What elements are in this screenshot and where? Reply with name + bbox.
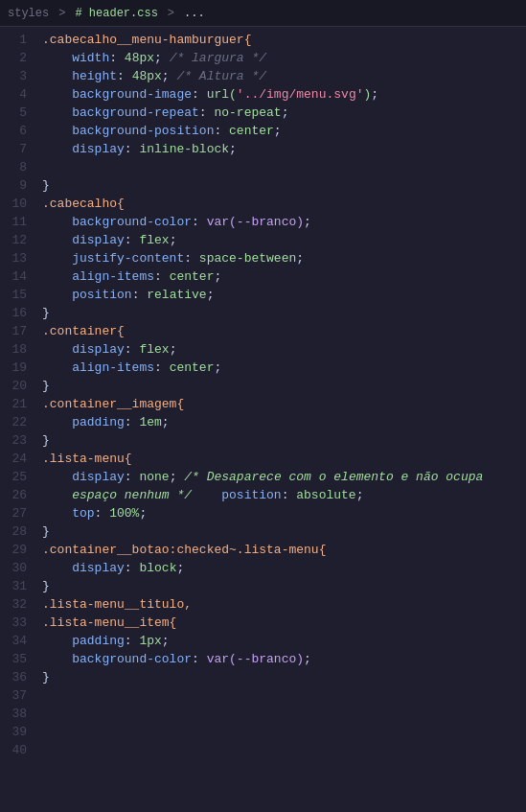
token: .container__botao:checked~.lista-menu{ <box>42 543 326 557</box>
token: background-position <box>42 124 214 138</box>
token: flex <box>139 342 169 357</box>
code-area: 1234567891011121314151617181920212223242… <box>0 27 526 763</box>
line-number: 6 <box>0 122 34 140</box>
line-number: 22 <box>0 413 34 431</box>
line-number: 12 <box>0 231 34 249</box>
breadcrumb-styles[interactable]: styles <box>8 7 49 20</box>
token: } <box>42 178 50 193</box>
token: ; <box>139 506 147 521</box>
line-number: 32 <box>0 595 34 614</box>
token: width <box>42 51 109 65</box>
token: .lista-menu__item{ <box>42 615 176 630</box>
token: display <box>42 142 125 156</box>
token: space-between <box>199 251 296 266</box>
token: center <box>170 269 215 284</box>
token: ; <box>229 142 237 156</box>
line-number: 35 <box>0 650 34 668</box>
token: absolute <box>296 488 355 502</box>
token: : <box>109 51 125 65</box>
token: ; <box>154 51 170 65</box>
code-line: .container__botao:checked~.lista-menu{ <box>42 541 526 559</box>
code-line: display: inline-block; <box>42 140 526 158</box>
token: ; <box>282 105 289 120</box>
token: ; <box>162 634 170 648</box>
token: background-color <box>42 215 192 229</box>
token: ; <box>214 360 221 375</box>
token: align-items <box>42 269 154 284</box>
code-line: background-color: var(--branco); <box>42 213 526 231</box>
token: } <box>42 379 50 393</box>
code-line: padding: 1px; <box>42 632 526 650</box>
token: /* Desaparece com o elemento e não ocupa <box>184 470 483 484</box>
token: ; <box>162 69 177 83</box>
token: position <box>192 488 282 502</box>
code-line: } <box>42 377 526 395</box>
token: } <box>42 524 50 539</box>
token: : <box>125 415 140 429</box>
line-number: 40 <box>0 741 34 759</box>
token: ; <box>304 652 311 666</box>
token: espaço nenhum */ <box>42 488 192 502</box>
line-number: 25 <box>0 468 34 486</box>
line-number: 9 <box>0 176 34 195</box>
token: height <box>42 69 117 83</box>
token: ; <box>176 561 184 575</box>
token: : <box>154 269 170 284</box>
token: justify-content <box>42 251 184 266</box>
line-number: 30 <box>0 559 34 577</box>
line-number: 19 <box>0 359 34 377</box>
token: : <box>214 124 229 138</box>
line-number: 36 <box>0 668 34 686</box>
code-line: justify-content: space-between; <box>42 249 526 267</box>
token: align-items <box>42 360 154 375</box>
code-line: } <box>42 176 526 195</box>
code-line: display: flex; <box>42 340 526 359</box>
token: : <box>125 233 140 247</box>
line-number: 39 <box>0 723 34 741</box>
token: 48px <box>125 51 154 65</box>
line-number: 2 <box>0 49 34 67</box>
tab-bar: styles > # header.css > ... <box>0 0 526 27</box>
token: : <box>199 105 215 120</box>
token: center <box>229 124 274 138</box>
line-number: 29 <box>0 541 34 559</box>
line-number: 11 <box>0 213 34 231</box>
code-line: .lista-menu__titulo, <box>42 595 526 614</box>
line-number: 8 <box>0 158 34 176</box>
code-line: display: none; /* Desaparece com o eleme… <box>42 468 526 486</box>
token: 1em <box>139 415 161 429</box>
token: display <box>42 342 125 357</box>
token: background-image <box>42 87 192 102</box>
token: .container__imagem{ <box>42 397 184 411</box>
token: inline-block <box>139 142 229 156</box>
token: : <box>95 506 110 521</box>
line-number: 15 <box>0 286 34 304</box>
token: : <box>125 634 140 648</box>
line-numbers: 1234567891011121314151617181920212223242… <box>0 27 34 763</box>
token: 48px <box>132 69 162 83</box>
token: '../img/menu.svg' <box>237 87 364 102</box>
code-line: height: 48px; /* Altura */ <box>42 67 526 85</box>
code-line: background-color: var(--branco); <box>42 650 526 668</box>
code-line: .cabecalho__menu-hamburguer{ <box>42 31 526 49</box>
code-line: .container__imagem{ <box>42 395 526 413</box>
token: no-repeat <box>214 105 281 120</box>
code-line: } <box>42 304 526 322</box>
line-number: 4 <box>0 85 34 104</box>
token: display <box>42 561 125 575</box>
breadcrumb-current: ... <box>184 7 205 20</box>
token: : <box>192 215 207 229</box>
token: : <box>125 470 140 484</box>
code-line: background-image: url('../img/menu.svg')… <box>42 85 526 104</box>
token: .lista-menu{ <box>42 452 132 466</box>
token: ; <box>304 215 311 229</box>
breadcrumb-file[interactable]: # header.css <box>75 7 157 20</box>
token: ; <box>356 488 364 502</box>
token: /* Altura */ <box>176 69 266 83</box>
editor-container: 1234567891011121314151617181920212223242… <box>0 27 526 763</box>
token: : <box>154 360 170 375</box>
code-line: } <box>42 577 526 595</box>
code-line: background-repeat: no-repeat; <box>42 104 526 122</box>
token: } <box>42 433 50 448</box>
token: ; <box>371 87 378 102</box>
